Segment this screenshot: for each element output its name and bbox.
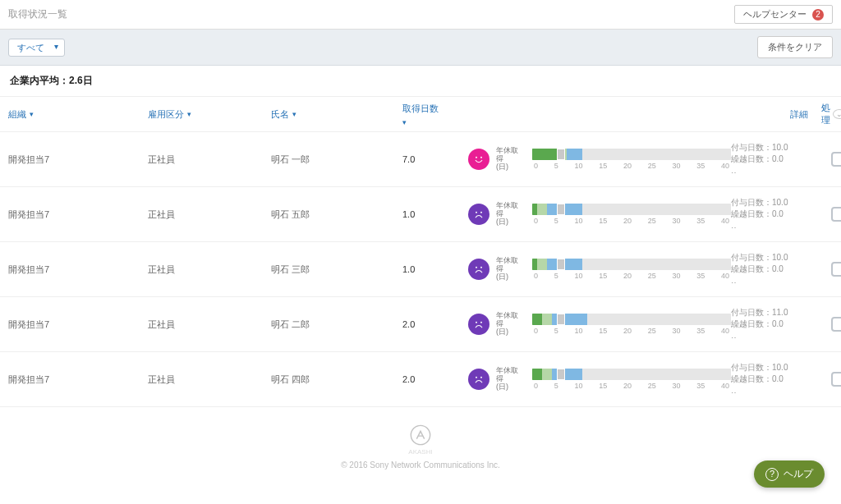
table-body: 開発担当7 正社員 明石 一郎 7.0 年休取得(日) 051015202530… [0, 132, 841, 407]
table-row: 開発担当7 正社員 明石 一郎 7.0 年休取得(日) 051015202530… [0, 132, 841, 187]
cell-detail: 付与日数：10.0 繰越日数：0.0 ‥ [731, 362, 813, 396]
company-average: 企業内平均：2.6日 [0, 66, 841, 97]
help-center-button[interactable]: ヘルプセンター 2 [734, 5, 833, 24]
happy-face-icon [468, 149, 489, 170]
sort-asc-icon: ▾ [292, 110, 296, 118]
cell-checkbox [813, 317, 841, 332]
cell-checkbox [813, 207, 841, 222]
cell-org: 開発担当7 [8, 263, 148, 276]
help-center-label: ヘルプセンター [743, 9, 807, 19]
chart-ticks: 0510152025303540 [532, 327, 731, 335]
clear-conditions-button[interactable]: 条件をクリア [757, 36, 833, 58]
svg-point-2 [476, 212, 477, 213]
cell-checkbox [813, 152, 841, 167]
usage-bar: 0510152025303540 [532, 204, 731, 225]
footer: AKASHI © 2016 Sony Network Communication… [0, 407, 841, 502]
cell-emp-type: 正社員 [148, 153, 271, 166]
chart-ticks: 0510152025303540 [532, 272, 731, 280]
row-checkbox[interactable] [831, 372, 841, 387]
cell-org: 開発担当7 [8, 318, 148, 331]
sort-asc-icon: ▾ [30, 110, 34, 118]
col-emp-type[interactable]: 雇用区分▾ [148, 108, 271, 121]
col-org[interactable]: 組織▾ [8, 108, 148, 121]
cell-name: 明石 五郎 [271, 208, 402, 221]
svg-point-4 [476, 267, 477, 268]
cell-days: 7.0 [402, 154, 468, 164]
svg-point-8 [476, 377, 477, 378]
filter-select[interactable]: すべて [8, 39, 65, 57]
table-row: 開発担当7 正社員 明石 二郎 2.0 年休取得(日) 051015202530… [0, 297, 841, 352]
chart-ticks: 0510152025303540 [532, 382, 731, 390]
cell-org: 開発担当7 [8, 208, 148, 221]
col-check[interactable]: 処理 ⌄ [813, 102, 841, 126]
col-detail[interactable]: 詳細 [731, 108, 813, 121]
usage-bar: 0510152025303540 [532, 259, 731, 280]
chart-mini-label: 年休取得(日) [496, 147, 522, 172]
cell-org: 開発担当7 [8, 153, 148, 166]
svg-point-6 [476, 322, 477, 323]
table-header: 組織▾ 雇用区分▾ 氏名▾ 取得日数▾ 詳細 処理 ⌄ [0, 97, 841, 132]
copyright: © 2016 Sony Network Communications Inc. [0, 460, 841, 470]
cell-chart: 年休取得(日) 0510152025303540 [468, 367, 731, 392]
col-days[interactable]: 取得日数▾ [402, 103, 468, 126]
cell-chart: 年休取得(日) 0510152025303540 [468, 202, 731, 227]
table-row: 開発担当7 正社員 明石 四郎 2.0 年休取得(日) 051015202530… [0, 352, 841, 407]
cell-emp-type: 正社員 [148, 373, 271, 386]
sad-face-icon [468, 369, 489, 390]
chart-mini-label: 年休取得(日) [496, 202, 522, 227]
cell-emp-type: 正社員 [148, 263, 271, 276]
cell-checkbox [813, 262, 841, 277]
svg-point-7 [480, 322, 482, 323]
svg-point-0 [476, 157, 477, 158]
sad-face-icon [468, 204, 489, 225]
cell-name: 明石 四郎 [271, 373, 402, 386]
cell-org: 開発担当7 [8, 373, 148, 386]
chart-mini-label: 年休取得(日) [496, 367, 522, 392]
help-fab-label: ヘルプ [784, 467, 813, 481]
cell-name: 明石 三郎 [271, 263, 402, 276]
cell-emp-type: 正社員 [148, 318, 271, 331]
sad-face-icon [468, 259, 489, 280]
page-title-text: 取得状況一覧 [8, 7, 67, 21]
help-fab-button[interactable]: ? ヘルプ [754, 460, 825, 488]
cell-checkbox [813, 372, 841, 387]
row-checkbox[interactable] [831, 262, 841, 277]
logo-icon: AKASHI [0, 424, 841, 456]
cell-chart: 年休取得(日) 0510152025303540 [468, 257, 731, 282]
cell-emp-type: 正社員 [148, 208, 271, 221]
gear-icon: ⌄ [833, 109, 841, 119]
chart-ticks: 0510152025303540 [532, 162, 731, 170]
sort-asc-icon: ▾ [187, 110, 191, 118]
svg-point-5 [480, 267, 482, 268]
cell-chart: 年休取得(日) 0510152025303540 [468, 312, 731, 337]
cell-days: 2.0 [402, 319, 468, 329]
cell-detail: 付与日数：10.0 繰越日数：0.0 ‥ [731, 142, 813, 176]
svg-point-3 [480, 212, 482, 213]
table-row: 開発担当7 正社員 明石 三郎 1.0 年休取得(日) 051015202530… [0, 242, 841, 297]
help-center-badge: 2 [812, 9, 824, 21]
svg-point-1 [480, 157, 482, 158]
row-checkbox[interactable] [831, 152, 841, 167]
cell-name: 明石 二郎 [271, 318, 402, 331]
svg-point-9 [480, 377, 482, 378]
cell-days: 2.0 [402, 374, 468, 384]
cell-days: 1.0 [402, 264, 468, 274]
usage-bar: 0510152025303540 [532, 369, 731, 390]
usage-bar: 0510152025303540 [532, 314, 731, 335]
row-checkbox[interactable] [831, 317, 841, 332]
usage-bar: 0510152025303540 [532, 149, 731, 170]
cell-detail: 付与日数：11.0 繰越日数：0.0 ‥ [731, 307, 813, 341]
page-header: 取得状況一覧 ヘルプセンター 2 [0, 0, 841, 30]
cell-name: 明石 一郎 [271, 153, 402, 166]
filter-select-wrap: すべて [8, 39, 65, 57]
chart-ticks: 0510152025303540 [532, 217, 731, 225]
cell-chart: 年休取得(日) 0510152025303540 [468, 147, 731, 172]
svg-point-10 [411, 425, 430, 444]
chart-mini-label: 年休取得(日) [496, 312, 522, 337]
col-name[interactable]: 氏名▾ [271, 108, 402, 121]
sad-face-icon [468, 314, 489, 335]
cell-detail: 付与日数：10.0 繰越日数：0.0 ‥ [731, 197, 813, 231]
table-row: 開発担当7 正社員 明石 五郎 1.0 年休取得(日) 051015202530… [0, 187, 841, 242]
row-checkbox[interactable] [831, 207, 841, 222]
chart-mini-label: 年休取得(日) [496, 257, 522, 282]
